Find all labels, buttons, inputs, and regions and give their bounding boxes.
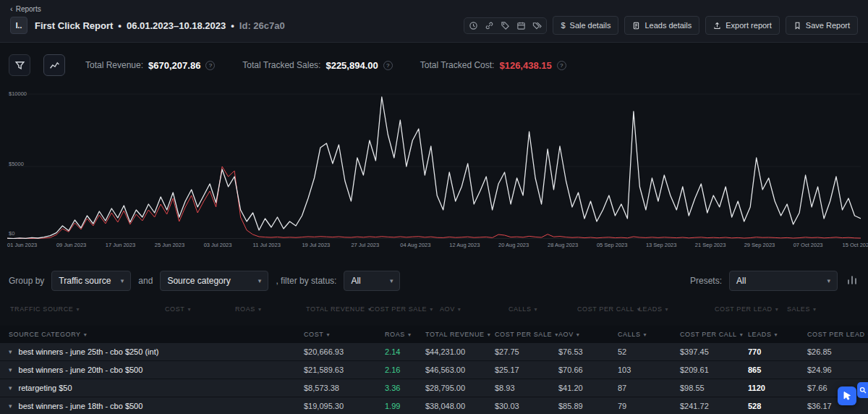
column-header[interactable]: AOV▾ <box>550 326 609 343</box>
save-report-button[interactable]: Save Report <box>786 16 858 35</box>
row-expand-chevron[interactable]: ▾ <box>9 384 12 392</box>
chevron-down-icon: ▾ <box>258 277 262 284</box>
pointer-tool-button[interactable] <box>838 386 856 405</box>
sort-chevron-icon: ▾ <box>408 331 412 338</box>
data-table: Source category▾Cost▾ROAS▾Total revenue▾… <box>0 326 868 414</box>
ghost-column-header[interactable]: ROAS▾ <box>235 303 306 316</box>
row-expand-chevron[interactable]: ▾ <box>9 402 12 410</box>
column-header[interactable]: Cost per sale▾ <box>486 326 550 343</box>
tags-icon <box>532 21 542 30</box>
pointer-icon <box>842 391 852 401</box>
sort-chevron-icon: ▾ <box>535 306 538 313</box>
sort-chevron-icon: ▾ <box>813 306 817 313</box>
ghost-column-header[interactable]: Leads▾ <box>639 303 715 316</box>
x-axis-tick: 19 Jul 2023 <box>302 242 330 248</box>
history-icon <box>469 21 478 30</box>
x-axis-tick: 25 Jun 2023 <box>155 242 184 248</box>
y-axis-tick: $0 <box>9 230 14 237</box>
ghost-column-header[interactable]: Total revenue▾ <box>306 303 370 316</box>
column-header[interactable]: Calls▾ <box>609 326 671 343</box>
sale-details-button[interactable]: $Sale details <box>553 16 618 35</box>
x-axis-tick: 20 Aug 2023 <box>498 242 529 248</box>
back-link[interactable]: ‹ Reports <box>10 4 858 13</box>
ghost-column-header[interactable]: Cost per call▾ <box>577 303 639 316</box>
chart-view-button[interactable] <box>43 54 65 76</box>
zoom-tab-button[interactable] <box>857 382 868 398</box>
sort-chevron-icon: ▾ <box>368 306 372 313</box>
leads-details-button[interactable]: Leads details <box>624 16 699 35</box>
column-header[interactable]: Cost per call▾ <box>671 326 739 343</box>
column-header[interactable]: Total revenue▾ <box>417 326 486 343</box>
sort-chevron-icon: ▾ <box>258 306 262 313</box>
export-report-button[interactable]: Export report <box>705 16 780 35</box>
status-select[interactable]: All ▾ <box>344 271 400 291</box>
ghost-column-header[interactable]: Cost▾ <box>165 303 235 316</box>
line-chart-icon <box>49 60 60 71</box>
table-row[interactable]: ▾best winners - june 18th - cbo $500$19,… <box>0 397 868 414</box>
table-row[interactable]: ▾retargeting $50$8,573.383.36$28,795.00$… <box>0 379 868 397</box>
calendar-icon[interactable] <box>516 21 526 30</box>
calendar-icon <box>516 21 526 30</box>
funnel-icon <box>14 60 25 71</box>
stats-row: Total Revenue:$670,207.86?Total Tracked … <box>0 43 868 80</box>
row-expand-chevron[interactable]: ▾ <box>9 348 12 355</box>
ghost-column-header[interactable]: Calls▾ <box>509 303 577 316</box>
row-expand-chevron[interactable]: ▾ <box>9 366 12 373</box>
help-icon[interactable]: ? <box>205 61 215 70</box>
and-label: and <box>138 276 153 286</box>
table-header: Source category▾Cost▾ROAS▾Total revenue▾… <box>0 326 868 343</box>
ghost-column-header[interactable]: Sales▾ <box>787 303 868 316</box>
x-axis-tick: 01 Jun 2023 <box>7 242 37 248</box>
columns-icon <box>846 274 858 286</box>
group-by-select[interactable]: Traffic source ▾ <box>51 271 131 291</box>
table-row[interactable]: ▾best winners - june 25th - cbo $250 (in… <box>0 343 868 361</box>
column-header[interactable]: ROAS▾ <box>376 326 417 343</box>
tags-icon[interactable] <box>532 21 542 30</box>
table-row[interactable]: ▾best winners - june 20th - cbo $500$21,… <box>0 361 868 379</box>
history-icon[interactable] <box>469 21 478 30</box>
sort-chevron-icon: ▾ <box>430 306 433 313</box>
report-icon-group <box>464 17 547 34</box>
subgroup-select[interactable]: Source category ▾ <box>160 271 268 291</box>
ghost-column-header[interactable]: Traffic source▾ <box>10 303 165 316</box>
sort-chevron-icon: ▾ <box>326 331 330 338</box>
y-axis-tick: $10000 <box>9 90 27 97</box>
report-date-range: 06.01.2023–10.18.2023 <box>127 20 226 31</box>
column-header[interactable]: Cost per lead▾ <box>799 326 868 343</box>
document <box>632 22 640 30</box>
x-axis-tick: 04 Aug 2023 <box>400 242 430 248</box>
revenue-cost-chart[interactable]: $10000 $5000 $0 <box>7 90 861 239</box>
presets-select[interactable]: All ▾ <box>729 271 838 291</box>
tag-icon[interactable] <box>501 21 510 30</box>
group-level-header: Traffic source▾Cost▾ROAS▾Total revenue▾C… <box>0 303 868 316</box>
help-icon[interactable]: ? <box>383 61 393 70</box>
filter-button[interactable] <box>9 54 30 76</box>
column-header[interactable]: Leads▾ <box>739 326 799 343</box>
magnifier-icon <box>859 386 867 394</box>
x-axis-tick: 29 Sep 2023 <box>744 242 775 248</box>
presets-label: Presets: <box>690 276 722 286</box>
x-axis-tick: 27 Jul 2023 <box>351 242 379 248</box>
ghost-column-header[interactable]: Cost per sale▾ <box>370 303 440 316</box>
help-icon[interactable]: ? <box>557 61 566 70</box>
columns-settings-button[interactable] <box>845 273 859 290</box>
x-axis-tick: 12 Aug 2023 <box>449 242 480 248</box>
chevron-down-icon: ▾ <box>121 277 124 284</box>
chevron-down-icon: ▾ <box>827 277 830 284</box>
sort-chevron-icon: ▾ <box>84 331 88 338</box>
ghost-column-header[interactable]: Cost per lead▾ <box>715 303 787 316</box>
column-header[interactable]: Source category▾ <box>0 326 295 343</box>
column-header[interactable]: Cost▾ <box>295 326 376 343</box>
sort-chevron-icon: ▾ <box>637 306 641 313</box>
link-icon[interactable] <box>485 21 494 30</box>
status-filter-label: , filter by status: <box>276 276 336 286</box>
y-axis-tick: $5000 <box>9 161 24 167</box>
x-axis-tick: 21 Sep 2023 <box>695 242 726 248</box>
x-axis-tick: 03 Jul 2023 <box>204 242 232 248</box>
x-axis-tick: 09 Jun 2023 <box>56 242 86 248</box>
save <box>793 22 801 30</box>
sort-chevron-icon: ▾ <box>187 306 191 313</box>
x-axis-tick: 13 Sep 2023 <box>646 242 677 248</box>
ghost-column-header[interactable]: AOV▾ <box>440 303 509 316</box>
x-axis-tick: 05 Sep 2023 <box>597 242 628 248</box>
